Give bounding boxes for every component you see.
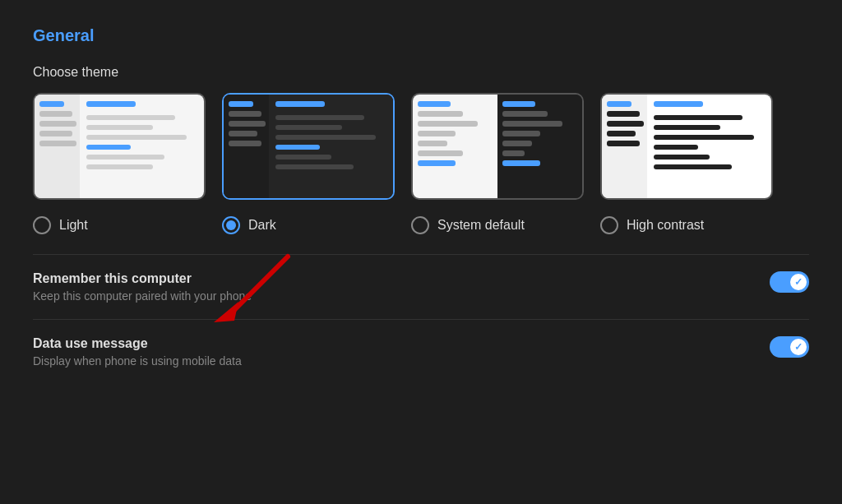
toggle-knob-remember: ✓ [790, 274, 807, 290]
toggle-remember[interactable]: ✓ [770, 271, 809, 293]
radio-highcontrast[interactable] [600, 216, 618, 234]
theme-card-system[interactable] [411, 93, 584, 200]
divider-2 [33, 319, 809, 320]
theme-option-dark[interactable]: Dark [222, 216, 411, 234]
divider-1 [33, 254, 809, 255]
setting-title-remember: Remember this computer [33, 271, 770, 286]
theme-cards [33, 93, 809, 200]
setting-text-remember: Remember this computer Keep this compute… [33, 271, 770, 303]
theme-label-highcontrast: High contrast [627, 218, 704, 233]
setting-subtitle-remember: Keep this computer paired with your phon… [33, 289, 770, 303]
theme-label-dark: Dark [248, 218, 276, 233]
choose-theme-label: Choose theme [33, 65, 809, 80]
setting-title-data-use: Data use message [33, 336, 770, 351]
radio-dark[interactable] [222, 216, 240, 234]
setting-row-remember: Remember this computer Keep this compute… [33, 271, 809, 303]
toggle-knob-data-use: ✓ [790, 339, 807, 355]
radio-light[interactable] [33, 216, 51, 234]
toggle-data-use[interactable]: ✓ [770, 336, 809, 358]
section-title: General [33, 26, 809, 45]
theme-option-highcontrast[interactable]: High contrast [600, 216, 789, 234]
theme-label-light: Light [59, 218, 88, 233]
theme-card-dark[interactable] [222, 93, 395, 200]
theme-label-system: System default [437, 218, 525, 233]
setting-subtitle-data-use: Display when phone is using mobile data [33, 354, 770, 368]
toggle-check-data-use: ✓ [794, 341, 803, 353]
setting-text-data-use: Data use message Display when phone is u… [33, 336, 770, 368]
toggle-check-remember: ✓ [794, 276, 803, 288]
setting-row-data-use: Data use message Display when phone is u… [33, 336, 809, 368]
theme-card-highcontrast[interactable] [600, 93, 773, 200]
theme-options: Light Dark System default High contrast [33, 216, 809, 234]
theme-option-system[interactable]: System default [411, 216, 600, 234]
theme-option-light[interactable]: Light [33, 216, 222, 234]
theme-card-light[interactable] [33, 93, 206, 200]
radio-system[interactable] [411, 216, 429, 234]
